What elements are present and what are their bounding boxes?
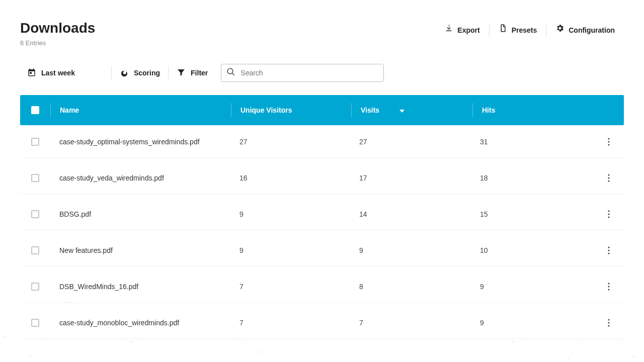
- svg-point-21: [608, 174, 609, 175]
- date-range-label: Last week: [41, 69, 75, 77]
- cell-unique-visitors: 7: [230, 283, 350, 291]
- row-checkbox[interactable]: [31, 246, 39, 254]
- cell-hits: 9: [471, 283, 589, 291]
- date-range-button[interactable]: Last week: [20, 64, 82, 82]
- svg-point-33: [608, 319, 609, 320]
- cell-visits: 7: [350, 319, 471, 327]
- svg-point-22: [608, 177, 609, 178]
- svg-point-10: [29, 355, 32, 358]
- table-row[interactable]: New features.pdf9910: [20, 235, 624, 266]
- separator: [111, 66, 112, 79]
- svg-point-30: [608, 283, 609, 284]
- svg-point-31: [608, 286, 609, 287]
- page-title: Downloads: [20, 20, 95, 36]
- svg-point-26: [608, 216, 609, 218]
- cell-hits: 18: [471, 174, 589, 182]
- svg-point-11: [129, 340, 132, 343]
- presets-button[interactable]: Presets: [490, 23, 546, 37]
- row-checkbox[interactable]: [31, 174, 39, 182]
- select-all-checkbox[interactable]: [31, 106, 39, 114]
- more-vertical-icon: [608, 210, 610, 218]
- more-vertical-icon: [608, 246, 610, 254]
- downloads-table: Name Unique Visitors Visits Hits case-st…: [20, 95, 624, 338]
- table-row[interactable]: case-study_optimal-systems_wiredminds.pd…: [20, 126, 624, 157]
- cell-visits: 14: [350, 210, 471, 218]
- cell-name: case-study_optimal-systems_wiredminds.pd…: [50, 138, 230, 146]
- table-header: Name Unique Visitors Visits Hits: [20, 95, 624, 125]
- table-row[interactable]: BDSG.pdf91415: [20, 199, 624, 230]
- svg-point-32: [608, 289, 609, 290]
- column-header-uv-label: Unique Visitors: [240, 106, 292, 114]
- fire-icon: [120, 68, 129, 78]
- cell-name: DSB_WiredMinds_16.pdf: [50, 283, 230, 291]
- download-icon: [444, 23, 453, 37]
- svg-point-16: [632, 355, 635, 358]
- table-row[interactable]: DSB_WiredMinds_16.pdf789: [20, 271, 624, 302]
- row-more-button[interactable]: [603, 317, 615, 329]
- svg-point-17: [567, 358, 570, 361]
- column-header-visits-label: Visits: [361, 106, 379, 114]
- column-header-name[interactable]: Name: [51, 95, 231, 125]
- filter-label: Filter: [191, 69, 208, 77]
- svg-point-19: [608, 141, 609, 142]
- funnel-icon: [177, 68, 186, 78]
- scoring-button[interactable]: Scoring: [113, 64, 167, 82]
- svg-point-18: [608, 138, 609, 139]
- search-input[interactable]: [239, 68, 378, 77]
- svg-point-14: [512, 340, 515, 343]
- cell-unique-visitors: 16: [230, 174, 350, 182]
- row-more-button[interactable]: [603, 244, 615, 256]
- cell-name: New features.pdf: [50, 246, 230, 254]
- presets-label: Presets: [512, 23, 537, 37]
- export-label: Export: [457, 23, 479, 37]
- more-vertical-icon: [608, 319, 610, 327]
- more-vertical-icon: [608, 283, 610, 291]
- sort-desc-icon: [399, 106, 405, 114]
- row-more-button[interactable]: [603, 136, 615, 148]
- configuration-button[interactable]: Configuration: [546, 23, 624, 37]
- gear-icon: [555, 23, 565, 37]
- cell-name: case-study_monobloc_wiredminds.pdf: [50, 319, 230, 327]
- calendar-icon: [27, 68, 36, 78]
- svg-point-34: [608, 322, 609, 323]
- cell-visits: 17: [350, 174, 471, 182]
- configuration-label: Configuration: [569, 23, 615, 37]
- more-vertical-icon: [608, 138, 610, 146]
- table-row[interactable]: case-study_veda_wiredminds.pdf161718: [20, 162, 624, 194]
- search-field[interactable]: [221, 64, 384, 82]
- svg-point-29: [608, 252, 609, 254]
- separator: [168, 66, 169, 79]
- cell-visits: 9: [350, 246, 471, 254]
- row-checkbox[interactable]: [31, 210, 39, 218]
- row-checkbox[interactable]: [31, 319, 39, 327]
- cell-name: BDSG.pdf: [50, 210, 230, 218]
- cell-unique-visitors: 9: [230, 246, 350, 254]
- row-more-button[interactable]: [603, 281, 615, 293]
- cell-visits: 27: [350, 138, 471, 146]
- table-row[interactable]: case-study_monobloc_wiredminds.pdf779: [20, 307, 624, 338]
- row-more-button[interactable]: [603, 172, 615, 184]
- cell-hits: 10: [471, 246, 589, 254]
- row-more-button[interactable]: [603, 208, 615, 220]
- column-header-name-label: Name: [60, 106, 79, 114]
- export-button[interactable]: Export: [435, 23, 489, 37]
- more-vertical-icon: [608, 174, 610, 182]
- cell-unique-visitors: 27: [230, 138, 350, 146]
- scoring-label: Scoring: [134, 69, 160, 77]
- svg-point-24: [608, 210, 609, 212]
- filter-button[interactable]: Filter: [170, 64, 215, 82]
- cell-visits: 8: [350, 283, 471, 291]
- cell-hits: 15: [471, 210, 589, 218]
- column-header-unique-visitors[interactable]: Unique Visitors: [231, 95, 351, 125]
- svg-point-20: [608, 144, 609, 145]
- cell-hits: 31: [471, 138, 589, 146]
- row-checkbox[interactable]: [31, 283, 39, 291]
- cell-hits: 9: [471, 319, 589, 327]
- svg-point-28: [608, 249, 609, 251]
- column-header-visits[interactable]: Visits: [352, 95, 472, 125]
- svg-point-35: [608, 325, 609, 326]
- column-header-hits[interactable]: Hits: [473, 95, 591, 125]
- column-header-hits-label: Hits: [482, 106, 495, 114]
- row-checkbox[interactable]: [31, 138, 39, 146]
- cell-unique-visitors: 7: [230, 319, 350, 327]
